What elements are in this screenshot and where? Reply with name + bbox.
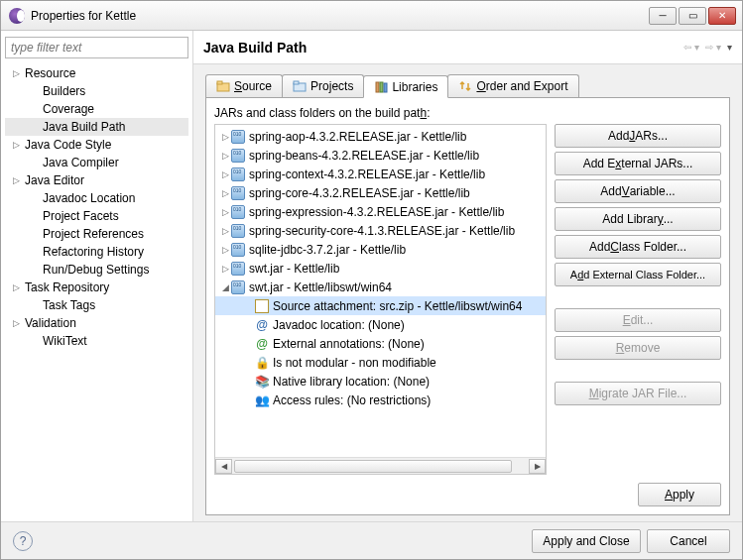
nav-item-label: Run/Debug Settings [43, 263, 149, 277]
svg-rect-5 [380, 82, 383, 92]
jar-icon [231, 262, 245, 276]
horizontal-scrollbar[interactable]: ◀ ▶ [215, 457, 546, 474]
jar-item[interactable]: ▷sqlite-jdbc-3.7.2.jar - Kettle/lib [215, 240, 546, 259]
nav-item[interactable]: ▷Task Repository [5, 279, 188, 296]
nav-item[interactable]: Javadoc Location [5, 189, 188, 207]
jar-tree[interactable]: ▷spring-aop-4.3.2.RELEASE.jar - Kettle/l… [214, 124, 547, 475]
javadoc-icon: @ [255, 318, 269, 332]
jar-detail-item[interactable]: 📚Native library location: (None) [215, 372, 546, 391]
order-export-icon [458, 79, 472, 93]
tab-bar: SSourceource Projects Libraries [205, 74, 730, 98]
forward-icon[interactable]: ⇨ ▾ [705, 42, 721, 53]
add-external-jars-button[interactable]: Add External JARs...Add External JARs... [555, 152, 721, 175]
jar-icon [231, 130, 245, 144]
nav-item-label: Resource [25, 66, 75, 80]
expand-icon[interactable]: ▷ [219, 132, 231, 142]
expand-icon[interactable]: ▷ [13, 175, 25, 185]
jar-icon [231, 280, 245, 294]
add-variable-button[interactable]: Add Variable...Add Variable... [555, 179, 721, 203]
expand-icon[interactable]: ▷ [219, 207, 231, 217]
nav-item[interactable]: Run/Debug Settings [5, 261, 188, 279]
apply-and-close-button[interactable]: Apply and Close [532, 529, 641, 553]
help-icon[interactable]: ? [13, 531, 33, 551]
source-folder-icon [216, 79, 230, 93]
svg-rect-6 [384, 83, 387, 92]
expand-icon[interactable]: ▷ [219, 264, 231, 274]
jar-item[interactable]: ▷spring-beans-4.3.2.RELEASE.jar - Kettle… [215, 146, 546, 165]
jar-detail-label: Source attachment: src.zip - Kettle/libs… [273, 299, 522, 313]
expand-icon[interactable]: ▷ [219, 151, 231, 161]
expand-icon[interactable]: ▷ [13, 318, 25, 328]
window-title: Properties for Kettle [31, 9, 136, 23]
jar-item[interactable]: ▷spring-context-4.3.2.RELEASE.jar - Kett… [215, 165, 546, 183]
nav-item[interactable]: Refactoring History [5, 243, 188, 261]
edit-button: Edit...Edit... [555, 308, 721, 332]
filter-input[interactable] [5, 37, 188, 58]
nav-item[interactable]: Java Compiler [5, 154, 188, 171]
jar-label: spring-core-4.3.2.RELEASE.jar - Kettle/l… [249, 186, 470, 200]
expand-icon[interactable]: ▷ [13, 140, 25, 150]
back-icon[interactable]: ⇦ ▾ [683, 42, 699, 53]
tab-projects[interactable]: Projects [282, 74, 364, 97]
add-library-button[interactable]: Add Library...Add Library... [555, 207, 721, 231]
nav-item[interactable]: ▷Java Code Style [5, 136, 188, 154]
scroll-thumb[interactable] [234, 460, 512, 473]
expand-icon[interactable]: ▷ [13, 282, 25, 292]
add-external-class-folder-button[interactable]: Add External Class Folder...Add External… [555, 263, 721, 286]
expand-icon[interactable]: ▷ [219, 226, 231, 236]
jar-item[interactable]: ▷spring-core-4.3.2.RELEASE.jar - Kettle/… [215, 183, 546, 202]
nav-item[interactable]: ▷Validation [5, 314, 188, 332]
scroll-right-icon[interactable]: ▶ [529, 459, 546, 474]
jar-detail-item[interactable]: @Javadoc location: (None) [215, 315, 546, 334]
page-title: Java Build Path [203, 40, 307, 56]
nav-item[interactable]: Project Facets [5, 207, 188, 225]
nav-item[interactable]: ▷Resource [5, 64, 188, 82]
jar-item[interactable]: ▷spring-security-core-4.1.3.RELEASE.jar … [215, 221, 546, 240]
nav-item[interactable]: Project References [5, 225, 188, 243]
nav-item[interactable]: Java Build Path [5, 118, 188, 136]
nav-item[interactable]: Coverage [5, 100, 188, 118]
jar-detail-item[interactable]: @External annotations: (None) [215, 334, 546, 353]
jar-detail-item[interactable]: 🔒Is not modular - non modifiable [215, 353, 546, 372]
main-area: Java Build Path ⇦ ▾ ⇨ ▾ ▾ SSourceource [193, 31, 742, 521]
nav-item-label: Java Editor [25, 173, 84, 187]
nav-tree[interactable]: ▷ResourceBuildersCoverageJava Build Path… [5, 62, 188, 515]
jar-item[interactable]: ▷swt.jar - Kettle/lib [215, 259, 546, 278]
expand-icon[interactable]: ▷ [219, 245, 231, 255]
jar-icon [231, 186, 245, 200]
jar-item[interactable]: ◢swt.jar - Kettle/libswt/win64 [215, 278, 546, 296]
nav-item[interactable]: Task Tags [5, 296, 188, 314]
nav-item[interactable]: ▷Java Editor [5, 171, 188, 189]
expand-icon[interactable]: ◢ [219, 282, 231, 292]
tab-libraries[interactable]: Libraries [363, 75, 448, 98]
nav-item-label: Java Compiler [43, 156, 119, 169]
jar-detail-item[interactable]: 👥Access rules: (No restrictions) [215, 391, 546, 409]
tab-source[interactable]: SSourceource [205, 74, 283, 97]
migrate-button: Migrate JAR File...Migrate JAR File... [555, 382, 721, 405]
expand-icon[interactable]: ▷ [219, 169, 231, 179]
tab-order-export[interactable]: Order and ExportOrder and Export [447, 74, 578, 97]
nav-item[interactable]: WikiText [5, 332, 188, 350]
nav-item[interactable]: Builders [5, 82, 188, 100]
expand-icon[interactable]: ▷ [13, 68, 25, 78]
jar-item[interactable]: ▷spring-aop-4.3.2.RELEASE.jar - Kettle/l… [215, 127, 546, 146]
jar-detail-label: Is not modular - non modifiable [273, 356, 436, 370]
scroll-left-icon[interactable]: ◀ [215, 459, 232, 474]
window-buttons: ─ ▭ ✕ [649, 7, 736, 25]
jar-detail-item[interactable]: Source attachment: src.zip - Kettle/libs… [215, 296, 546, 315]
jar-detail-label: Native library location: (None) [273, 375, 430, 389]
sidebar: ▷ResourceBuildersCoverageJava Build Path… [1, 31, 193, 521]
apply-button[interactable]: ApplyApply [638, 483, 721, 506]
cancel-button[interactable]: Cancel [647, 529, 730, 553]
add-jars-button[interactable]: Add JARs...Add JARs... [555, 124, 721, 148]
minimize-button[interactable]: ─ [649, 7, 677, 25]
close-button[interactable]: ✕ [708, 7, 736, 25]
jar-item[interactable]: ▷spring-expression-4.3.2.RELEASE.jar - K… [215, 202, 546, 221]
nav-item-label: Refactoring History [43, 245, 144, 259]
add-class-folder-button[interactable]: Add Class Folder...Add Class Folder... [555, 235, 721, 259]
native-lib-icon: 📚 [255, 375, 269, 389]
maximize-button[interactable]: ▭ [679, 7, 706, 25]
view-menu-icon[interactable]: ▾ [727, 42, 732, 53]
expand-icon[interactable]: ▷ [219, 188, 231, 198]
nav-item-label: Javadoc Location [43, 191, 135, 205]
